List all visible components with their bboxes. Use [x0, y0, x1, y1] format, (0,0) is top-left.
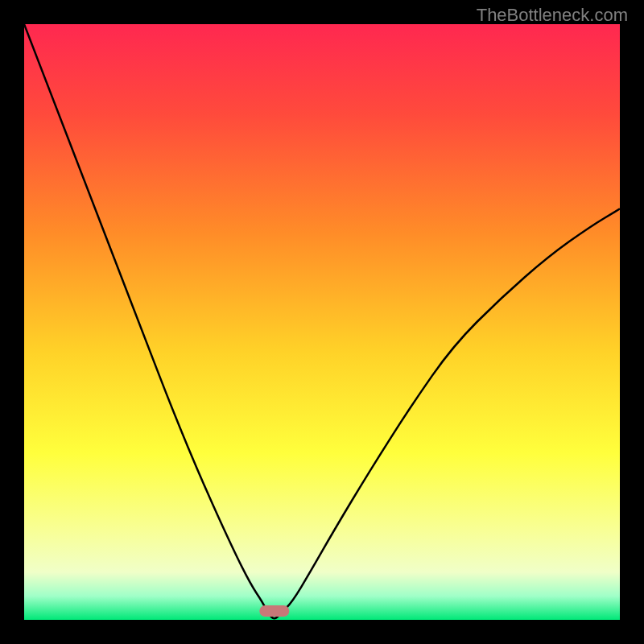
minimum-marker	[259, 605, 289, 617]
watermark-text: TheBottleneck.com	[477, 5, 628, 26]
chart-svg	[24, 24, 620, 620]
bottleneck-chart	[24, 24, 620, 620]
chart-background	[24, 24, 620, 620]
